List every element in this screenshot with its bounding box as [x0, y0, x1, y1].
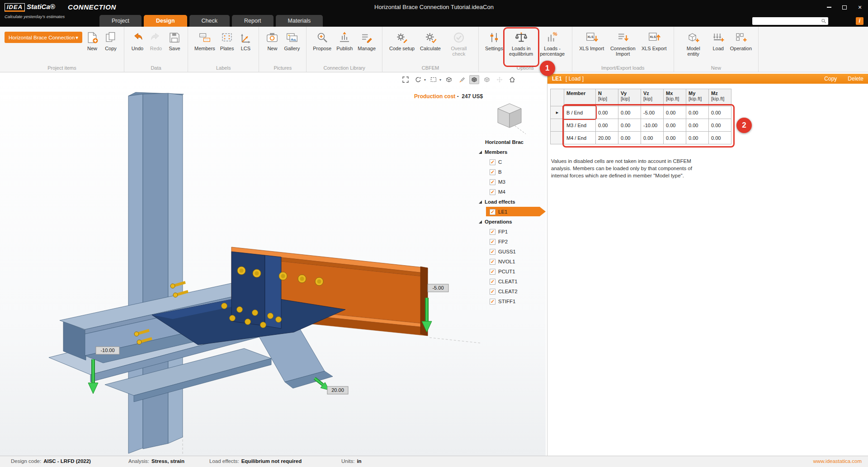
search-box[interactable] — [752, 17, 828, 25]
viewport-tool-orbit-icon[interactable] — [413, 75, 423, 84]
tab-report[interactable]: Report — [232, 15, 274, 27]
chevron-down-icon[interactable]: ▾ — [439, 78, 441, 82]
ribbon-button-copy[interactable]: Copy — [102, 29, 119, 51]
value-cell[interactable]: 0.00 — [686, 106, 709, 119]
tree-item-fp2[interactable]: ✓FP2 — [478, 237, 545, 247]
tree-item-b[interactable]: ✓B — [478, 167, 545, 177]
tab-materials[interactable]: Materials — [276, 15, 323, 27]
value-cell[interactable]: 0.00 — [664, 132, 686, 144]
table-row[interactable]: M4 / End20.000.000.000.000.000.00 — [551, 132, 731, 144]
ribbon-button-model-entity[interactable]: Model entity — [679, 29, 708, 57]
project-selector[interactable]: Horizontal Brace Connection▾ — [5, 32, 82, 43]
ribbon-button-members[interactable]: Members — [193, 29, 217, 51]
member-cell[interactable]: M4 / End — [564, 132, 596, 144]
viewport-tool-expand-icon[interactable] — [401, 75, 410, 84]
ribbon-button-new[interactable]: New — [84, 29, 101, 51]
table-row[interactable]: M3 / End0.000.00-10.000.000.000.00 — [551, 119, 731, 132]
checkbox[interactable]: ✓ — [490, 189, 495, 195]
value-cell[interactable]: 0.00 — [641, 132, 664, 144]
close-icon[interactable]: × — [856, 4, 863, 11]
collapse-icon[interactable] — [479, 151, 482, 154]
value-cell[interactable]: -5.00 — [641, 106, 664, 119]
ribbon-button-save[interactable]: Save — [166, 29, 183, 51]
tree-item-m3[interactable]: ✓M3 — [478, 177, 545, 187]
tree-item-nvol1[interactable]: ✓NVOL1 — [478, 257, 545, 267]
maximize-icon[interactable] — [841, 4, 848, 11]
ribbon-button-connection-import[interactable]: Connection Import — [608, 29, 638, 57]
value-cell[interactable]: 0.00 — [596, 119, 618, 132]
chevron-down-icon[interactable]: ▾ — [424, 78, 426, 82]
value-cell[interactable]: 0.00 — [709, 132, 731, 144]
value-cell[interactable]: 0.00 — [664, 106, 686, 119]
tree-section-load-effects[interactable]: Load effects — [478, 197, 545, 207]
ribbon-button-publish[interactable]: Publish — [335, 29, 354, 51]
ribbon-button-new[interactable]: New — [264, 29, 281, 51]
ribbon-button-operation[interactable]: Operation — [728, 29, 754, 51]
row-selector[interactable] — [551, 132, 564, 144]
tab-check[interactable]: Check — [189, 15, 230, 27]
member-cell[interactable]: B / End — [564, 106, 596, 119]
tree-root[interactable]: Horizontal Brac — [478, 137, 545, 147]
ribbon-button-xls-import[interactable]: XLSXLS Import — [577, 29, 607, 51]
value-cell[interactable]: 0.00 — [618, 106, 641, 119]
ribbon-button-settings[interactable]: Settings — [483, 29, 505, 51]
tab-project[interactable]: Project — [99, 15, 142, 27]
value-cell[interactable]: 0.00 — [686, 132, 709, 144]
3d-scene[interactable]: -5.00 -10.00 20.00 — [0, 72, 546, 456]
copy-button[interactable]: Copy — [824, 76, 837, 82]
delete-button[interactable]: Delete — [848, 76, 863, 82]
tree-item-m4[interactable]: ✓M4 — [478, 187, 545, 197]
value-cell[interactable]: 0.00 — [709, 119, 731, 132]
checkbox[interactable]: ✓ — [490, 239, 495, 245]
viewport-tool-brush-icon[interactable] — [457, 75, 467, 84]
row-selector[interactable] — [551, 119, 564, 132]
value-cell[interactable]: 0.00 — [596, 106, 618, 119]
tree-section-operations[interactable]: Operations — [478, 217, 545, 227]
ribbon-button-lcs[interactable]: LCS — [237, 29, 254, 51]
checkbox[interactable]: ✓ — [490, 249, 495, 255]
viewport-tool-move-icon[interactable] — [495, 75, 505, 84]
value-cell[interactable]: 0.00 — [709, 106, 731, 119]
3d-viewport[interactable]: -5.00 -10.00 20.00 ▾▾ Production cost - … — [0, 72, 546, 456]
value-cell[interactable]: 0.00 — [618, 132, 641, 144]
ribbon-button-load[interactable]: Load — [710, 29, 727, 51]
tree-item-c[interactable]: ✓C — [478, 157, 545, 167]
navigation-cube[interactable] — [492, 98, 527, 136]
viewport-tool-cube-solid-icon[interactable] — [469, 75, 479, 84]
checkbox[interactable]: ✓ — [490, 289, 495, 295]
checkbox[interactable]: ✓ — [490, 169, 495, 175]
value-cell[interactable]: 0.00 — [664, 119, 686, 132]
minimize-icon[interactable] — [826, 4, 833, 11]
member-cell[interactable]: M3 / End — [564, 119, 596, 132]
search-input[interactable] — [752, 18, 821, 24]
value-cell[interactable]: 0.00 — [686, 119, 709, 132]
viewport-tool-select-icon[interactable] — [429, 75, 439, 84]
tree-item-le1[interactable]: ✓LE1 — [478, 207, 545, 217]
website-link[interactable]: www.ideastatica.com — [813, 458, 862, 464]
row-selector[interactable]: ▸ — [551, 106, 564, 119]
collapse-icon[interactable] — [479, 220, 482, 224]
loads-table[interactable]: MemberN[kip]Vy[kip]Vz[kip]Mx[kip.ft]My[k… — [550, 89, 731, 144]
value-cell[interactable]: 0.00 — [618, 119, 641, 132]
ribbon-button-plates[interactable]: Plates — [218, 29, 236, 51]
viewport-tool-cube-ghost-icon[interactable] — [482, 75, 492, 84]
tree-item-guss1[interactable]: ✓GUSS1 — [478, 247, 545, 257]
collapse-icon[interactable] — [479, 200, 482, 204]
ribbon-button-loads-in-equilibrium[interactable]: Loads in equilibrium1 — [506, 29, 536, 57]
checkbox[interactable]: ✓ — [490, 179, 495, 185]
ribbon-button-calculate[interactable]: Calculate — [418, 29, 443, 51]
info-button[interactable]: i — [856, 17, 863, 25]
viewport-tool-cube-outline-icon[interactable] — [444, 75, 454, 84]
checkbox[interactable]: ✓ — [490, 279, 495, 285]
ribbon-button-xls-export[interactable]: XLSXLS Export — [639, 29, 669, 51]
checkbox[interactable]: ✓ — [490, 159, 495, 165]
ribbon-button-code-setup[interactable]: Code setup — [387, 29, 417, 51]
checkbox[interactable]: ✓ — [490, 299, 495, 305]
tree-item-cleat1[interactable]: ✓CLEAT1 — [478, 276, 545, 286]
ribbon-button-propose[interactable]: Propose — [311, 29, 333, 51]
ribbon-button-loads-percentage[interactable]: %Loads - percentage — [538, 29, 567, 57]
tree-item-stiff1[interactable]: ✓STIFF1 — [478, 296, 545, 306]
ribbon-button-undo[interactable]: Undo — [129, 29, 146, 51]
value-cell[interactable]: -10.00 — [641, 119, 664, 132]
tree-item-cleat2[interactable]: ✓CLEAT2 — [478, 286, 545, 296]
